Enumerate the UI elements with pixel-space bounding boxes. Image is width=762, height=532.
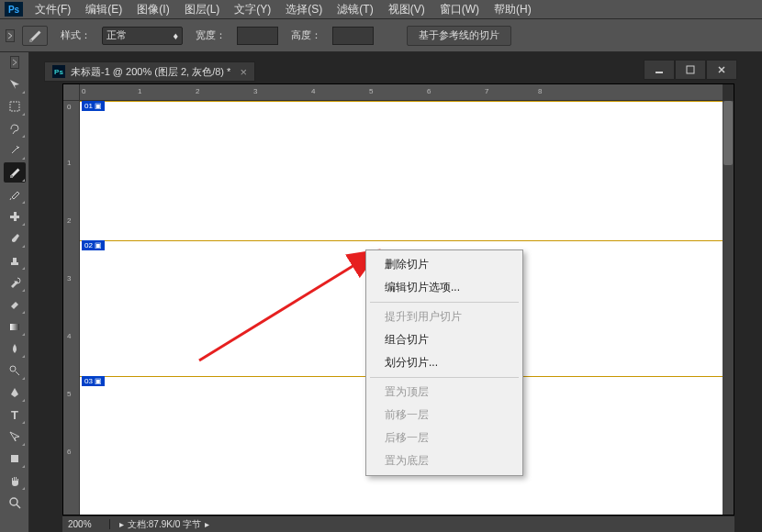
toolbox: T [0, 52, 29, 532]
slice-tool[interactable] [4, 162, 26, 183]
divider [370, 377, 519, 378]
svg-rect-9 [10, 324, 19, 330]
maximize-button[interactable] [675, 60, 706, 80]
slice-tag-03[interactable]: 03▣ [82, 376, 105, 386]
svg-rect-3 [10, 102, 19, 111]
shape-tool[interactable] [4, 449, 26, 469]
ruler-corner [63, 84, 80, 101]
slice-line[interactable] [80, 101, 723, 102]
type-tool[interactable]: T [4, 405, 26, 425]
dodge-tool[interactable] [4, 360, 26, 381]
lasso-tool[interactable] [4, 118, 26, 139]
svg-rect-12 [11, 455, 18, 462]
scroll-thumb[interactable] [723, 101, 733, 165]
slice-line[interactable] [80, 240, 723, 241]
style-value: 正常 [106, 28, 127, 42]
menu-file[interactable]: 文件(F) [28, 2, 78, 17]
svg-point-13 [10, 498, 17, 505]
menu-edit[interactable]: 编辑(E) [78, 2, 129, 17]
width-label: 宽度： [196, 28, 226, 42]
eraser-tool[interactable] [4, 294, 26, 315]
zoom-value[interactable]: 200% [62, 519, 110, 529]
gradient-tool[interactable] [4, 316, 26, 337]
menubar: Ps 文件(F) 编辑(E) 图像(I) 图层(L) 文字(Y) 选择(S) 滤… [0, 0, 762, 18]
ruler-horizontal[interactable]: 0 1 2 3 4 5 6 7 8 [80, 84, 723, 101]
marquee-tool[interactable] [4, 96, 26, 116]
svg-rect-14 [656, 72, 663, 73]
pen-tool[interactable] [4, 382, 26, 403]
svg-rect-7 [11, 262, 18, 265]
height-input[interactable] [332, 27, 374, 45]
move-tool[interactable] [4, 74, 26, 94]
ctx-divide-slice[interactable]: 划分切片... [368, 351, 521, 374]
canvas-area: Ps 未标题-1 @ 200% (图层 2, 灰色/8) * × 0 1 2 3… [29, 52, 762, 532]
svg-rect-15 [687, 66, 694, 73]
status-bar: 200% ▸ 文档:87.9K/0 字节 ▸ [62, 515, 734, 532]
ps-icon: Ps [52, 65, 65, 78]
close-icon[interactable]: × [240, 65, 247, 79]
eyedropper-tool[interactable] [4, 184, 26, 205]
history-brush-tool[interactable] [4, 272, 26, 293]
chevron-icon: ▸ [119, 519, 124, 529]
chevron-icon: ▸ [205, 519, 209, 529]
chevron-down-icon: ♦ [173, 30, 178, 41]
svg-point-10 [10, 366, 16, 371]
svg-text:T: T [11, 408, 18, 421]
blur-tool[interactable] [4, 338, 26, 359]
workspace: T Ps 未标题-1 @ 200% (图层 2, 灰色/8) * × 0 1 2… [0, 52, 762, 532]
slice-tag-01[interactable]: 01▣ [82, 101, 105, 111]
document-tab[interactable]: Ps 未标题-1 @ 200% (图层 2, 灰色/8) * × [44, 61, 255, 82]
svg-rect-2 [29, 39, 32, 42]
document-title: 未标题-1 @ 200% (图层 2, 灰色/8) * [71, 65, 230, 79]
healing-tool[interactable] [4, 206, 26, 227]
guide-slice-button[interactable]: 基于参考线的切片 [407, 26, 511, 46]
divider [370, 302, 519, 303]
svg-text:Ps: Ps [8, 5, 20, 15]
svg-rect-6 [14, 212, 17, 221]
menu-select[interactable]: 选择(S) [278, 2, 330, 17]
menu-layer[interactable]: 图层(L) [177, 2, 228, 17]
ctx-edit-slice-options[interactable]: 编辑切片选项... [368, 276, 521, 299]
scrollbar-vertical[interactable] [723, 101, 734, 515]
context-menu: 删除切片 编辑切片选项... 提升到用户切片 组合切片 划分切片... 置为顶层… [365, 249, 523, 476]
toolbox-expander[interactable] [10, 56, 19, 69]
hand-tool[interactable] [4, 471, 26, 491]
path-tool[interactable] [4, 427, 26, 447]
svg-rect-8 [13, 258, 17, 262]
ruler-vertical[interactable]: 0 1 2 3 4 5 6 [63, 101, 80, 515]
ctx-bring-forward: 前移一层 [368, 404, 521, 427]
menu-window[interactable]: 窗口(W) [432, 2, 487, 17]
width-input[interactable] [237, 27, 278, 45]
status-info[interactable]: ▸ 文档:87.9K/0 字节 ▸ [110, 518, 219, 531]
style-label: 样式： [61, 28, 91, 42]
options-expander[interactable] [6, 29, 15, 42]
close-button[interactable] [706, 60, 737, 80]
menu-filter[interactable]: 滤镜(T) [330, 2, 380, 17]
height-label: 高度： [291, 28, 321, 42]
brush-tool[interactable] [4, 228, 26, 249]
menu-image[interactable]: 图像(I) [129, 2, 176, 17]
app-logo: Ps [0, 0, 28, 18]
options-bar: 样式： 正常 ♦ 宽度： 高度： 基于参考线的切片 [0, 19, 762, 52]
ctx-promote-user-slice: 提升到用户切片 [368, 305, 521, 328]
menu-type[interactable]: 文字(Y) [227, 2, 278, 17]
ctx-combine-slice[interactable]: 组合切片 [368, 328, 521, 351]
slice-tag-02[interactable]: 02▣ [82, 240, 105, 250]
ctx-bring-front: 置为顶层 [368, 381, 521, 404]
ctx-send-back: 置为底层 [368, 449, 521, 472]
minimize-button[interactable] [644, 60, 675, 80]
slice-tool-icon[interactable] [22, 26, 48, 46]
zoom-tool[interactable] [4, 493, 26, 513]
window-controls [644, 60, 737, 80]
ctx-send-backward: 后移一层 [368, 427, 521, 449]
stamp-tool[interactable] [4, 250, 26, 271]
svg-rect-4 [10, 175, 13, 178]
ctx-delete-slice[interactable]: 删除切片 [368, 253, 521, 276]
menu-help[interactable]: 帮助(H) [487, 2, 539, 17]
style-select[interactable]: 正常 ♦ [102, 27, 183, 45]
wand-tool[interactable] [4, 140, 26, 161]
menu-view[interactable]: 视图(V) [381, 2, 432, 17]
